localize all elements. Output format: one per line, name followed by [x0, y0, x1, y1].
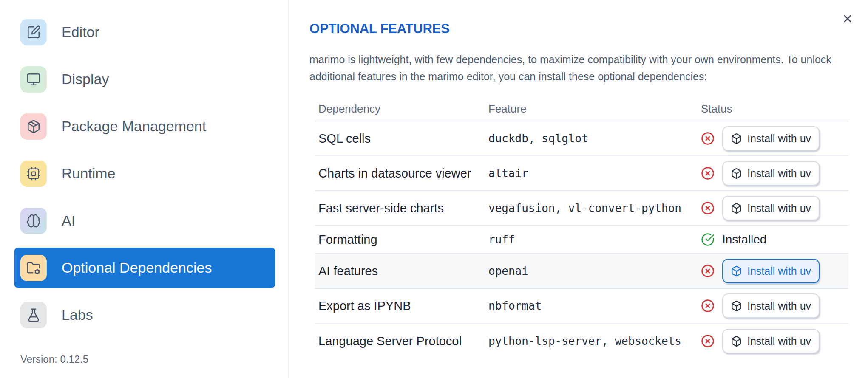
- sidebar-item-labs[interactable]: Labs: [14, 295, 275, 335]
- status-cell: Install with uv: [698, 196, 848, 220]
- flask-icon: [26, 308, 41, 322]
- table-row: SQL cells duckdb, sqlglot Install with u…: [315, 121, 848, 156]
- box-icon: [731, 168, 742, 179]
- column-header-status: Status: [698, 102, 848, 116]
- square-pen-icon-box: [20, 19, 47, 45]
- install-with-uv-button[interactable]: Install with uv: [722, 329, 820, 353]
- status-missing-icon: [701, 264, 715, 278]
- box-icon: [731, 203, 742, 214]
- table-row: AI features openai Install with uv: [315, 254, 848, 289]
- box-icon: [731, 300, 742, 312]
- sidebar-item-optional-dependencies[interactable]: Optional Dependencies: [14, 248, 275, 288]
- box-icon: [731, 336, 742, 347]
- status-missing-icon: [701, 201, 715, 215]
- panel-title: OPTIONAL FEATURES: [309, 21, 848, 37]
- status-missing-icon: [701, 299, 715, 313]
- sidebar-item-display[interactable]: Display: [14, 59, 275, 99]
- table-row: Formatting ruff Installed: [315, 226, 848, 254]
- version-label: Version: 0.12.5: [20, 353, 88, 365]
- status-cell: Install with uv: [698, 259, 848, 283]
- status-cell: Install with uv: [698, 329, 848, 353]
- status-missing-icon: [701, 166, 715, 180]
- sidebar-item-label: AI: [62, 212, 75, 229]
- status-cell: Install with uv: [698, 161, 848, 186]
- sidebar-item-label: Editor: [62, 24, 99, 40]
- install-button-label: Install with uv: [747, 335, 811, 347]
- dependency-cell: Formatting: [315, 233, 485, 247]
- sidebar-item-package-management[interactable]: Package Management: [14, 106, 275, 147]
- circle-x-icon: [701, 334, 715, 348]
- cpu-icon-box: [20, 161, 47, 187]
- table-row: Charts in datasource viewer altair Insta…: [315, 156, 848, 191]
- cpu-icon: [26, 166, 41, 181]
- square-pen-icon: [26, 25, 41, 39]
- brain-icon-box: [20, 208, 47, 234]
- dependency-cell: Language Server Protocol: [315, 334, 485, 348]
- status-cell: Install with uv: [698, 293, 848, 318]
- table-row: Language Server Protocol python-lsp-serv…: [315, 324, 848, 358]
- settings-dialog: Editor Display Package Management Runtim…: [0, 0, 868, 378]
- circle-x-icon: [701, 299, 715, 313]
- install-with-uv-button[interactable]: Install with uv: [722, 161, 820, 186]
- install-button-label: Install with uv: [747, 133, 811, 145]
- column-header-dependency: Dependency: [315, 102, 485, 116]
- folder-cog-icon: [26, 261, 41, 275]
- sidebar-item-label: Display: [62, 71, 109, 87]
- feature-cell: altair: [485, 167, 698, 180]
- sidebar-item-label: Package Management: [62, 118, 206, 135]
- install-button-label: Install with uv: [747, 300, 811, 312]
- column-header-feature: Feature: [485, 102, 698, 116]
- feature-cell: nbformat: [485, 299, 698, 312]
- sidebar-item-label: Optional Dependencies: [62, 260, 212, 276]
- circle-x-icon: [701, 166, 715, 180]
- install-with-uv-button[interactable]: Install with uv: [722, 259, 820, 283]
- table-header-row: Dependency Feature Status: [315, 97, 848, 121]
- circle-x-icon: [701, 264, 715, 278]
- dependency-cell: SQL cells: [315, 132, 485, 146]
- monitor-icon-box: [20, 66, 47, 93]
- install-with-uv-button[interactable]: Install with uv: [722, 196, 820, 220]
- optional-features-panel: OPTIONAL FEATURES marimo is lightweight,…: [289, 0, 868, 378]
- flask-icon-box: [20, 302, 47, 328]
- x-icon: [842, 13, 854, 25]
- feature-cell: openai: [485, 265, 698, 277]
- table-body: SQL cells duckdb, sqlglot Install with u…: [315, 121, 848, 358]
- box-icon: [731, 133, 742, 144]
- sidebar-item-ai[interactable]: AI: [14, 200, 275, 241]
- sidebar-nav: Editor Display Package Management Runtim…: [0, 12, 288, 335]
- status-missing-icon: [701, 334, 715, 348]
- circle-x-icon: [701, 132, 715, 145]
- install-with-uv-button[interactable]: Install with uv: [722, 293, 820, 318]
- install-button-label: Install with uv: [747, 265, 811, 277]
- sidebar-item-label: Labs: [62, 307, 93, 323]
- table-row: Export as IPYNB nbformat Install with uv: [315, 289, 848, 324]
- close-button[interactable]: [839, 10, 856, 27]
- dependency-cell: Charts in datasource viewer: [315, 166, 485, 181]
- sidebar-item-runtime[interactable]: Runtime: [14, 153, 275, 194]
- status-cell: Install with uv: [698, 126, 848, 151]
- dependency-cell: AI features: [315, 264, 485, 278]
- box-icon: [731, 265, 742, 277]
- dependency-cell: Fast server-side charts: [315, 201, 485, 215]
- feature-cell: ruff: [485, 233, 698, 246]
- install-with-uv-button[interactable]: Install with uv: [722, 126, 820, 151]
- sidebar-item-editor[interactable]: Editor: [14, 12, 275, 52]
- dependencies-table: Dependency Feature Status SQL cells duck…: [315, 97, 848, 358]
- circle-x-icon: [701, 201, 715, 215]
- install-button-label: Install with uv: [747, 167, 811, 180]
- monitor-icon: [26, 72, 41, 87]
- sidebar: Editor Display Package Management Runtim…: [0, 0, 289, 378]
- package-icon: [26, 119, 41, 134]
- feature-cell: vegafusion, vl-convert-python: [485, 202, 698, 214]
- status-installed-icon: [701, 233, 715, 246]
- sidebar-item-label: Runtime: [62, 165, 116, 182]
- feature-cell: duckdb, sqlglot: [485, 132, 698, 145]
- feature-cell: python-lsp-server, websockets: [485, 335, 698, 347]
- panel-description: marimo is lightweight, with few dependen…: [309, 51, 848, 85]
- brain-icon: [26, 214, 41, 228]
- circle-check-icon: [701, 233, 715, 246]
- table-row: Fast server-side charts vegafusion, vl-c…: [315, 191, 848, 226]
- install-button-label: Install with uv: [747, 202, 811, 214]
- folder-cog-icon-box: [20, 255, 47, 281]
- installed-label: Installed: [722, 233, 766, 246]
